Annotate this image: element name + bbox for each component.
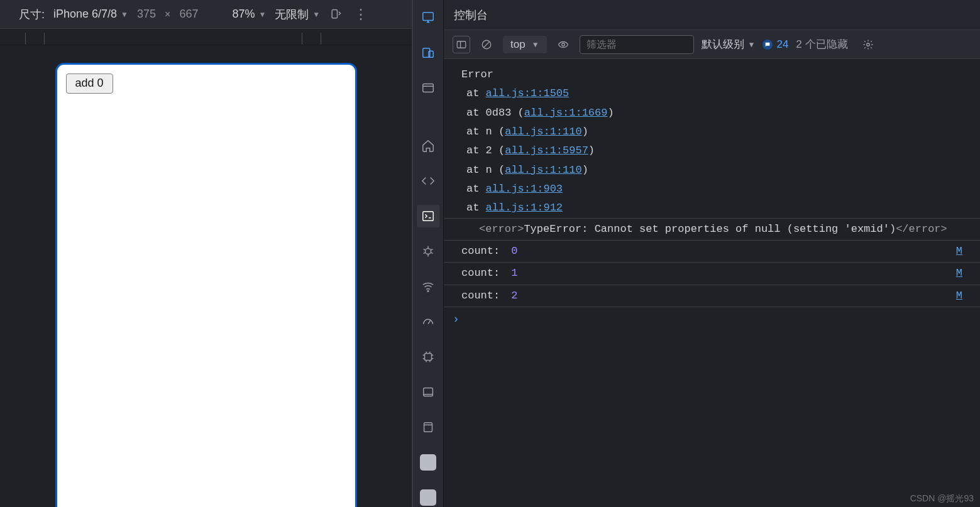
stack-line: at n (all.js:1:110) xyxy=(444,161,980,180)
device-name: iPhone 6/7/8 xyxy=(53,8,117,21)
context-selector[interactable]: top ▼ xyxy=(503,36,547,53)
watermark: CSDN @摇光93 xyxy=(910,493,974,504)
stack-line: at n (all.js:1:110) xyxy=(444,123,980,141)
size-label: 尺寸: xyxy=(19,7,45,22)
error-message-row: <error>TypeError: Cannot set properties … xyxy=(444,218,980,241)
svg-line-14 xyxy=(431,253,433,254)
device-height[interactable]: 667 xyxy=(179,8,198,21)
zoom-value: 87% xyxy=(232,8,255,21)
rail-square-1[interactable] xyxy=(417,451,439,474)
device-frame: add 0 xyxy=(55,63,357,507)
ruler xyxy=(0,29,412,45)
dimension-separator: × xyxy=(165,9,170,20)
error-tag-open: <error> xyxy=(479,223,524,235)
bug-icon[interactable] xyxy=(417,240,439,263)
svg-line-12 xyxy=(431,249,433,250)
svg-point-35 xyxy=(866,43,869,46)
log-label: count: xyxy=(461,265,500,281)
throttle-selector[interactable]: 无限制 ▼ xyxy=(275,7,320,22)
stack-line: at all.js:1:1505 xyxy=(444,84,980,103)
log-row: count: 1M xyxy=(444,263,980,285)
source-link[interactable]: all.js:1:110 xyxy=(505,126,581,138)
svg-rect-0 xyxy=(332,9,337,18)
context-value: top xyxy=(510,38,526,51)
rail-square-2[interactable] xyxy=(417,486,439,507)
svg-line-33 xyxy=(484,41,490,47)
gauge-icon[interactable] xyxy=(417,310,439,333)
svg-point-34 xyxy=(561,43,564,46)
console-output[interactable]: Error at all.js:1:1505 at 0d83 (all.js:1… xyxy=(444,59,980,507)
console-pane: 控制台 top ▼ 默认级别 ▼ 24 2 xyxy=(444,0,980,507)
svg-rect-28 xyxy=(424,423,432,432)
log-row: count: 0M xyxy=(444,241,980,263)
device-stage: add 0 xyxy=(0,45,412,507)
home-icon[interactable] xyxy=(417,134,439,157)
log-source-link[interactable]: M xyxy=(956,243,962,259)
devtools-side-rail: ＋ xyxy=(412,0,444,507)
source-link[interactable]: all.js:1:912 xyxy=(486,202,563,214)
message-count-badge[interactable]: 24 xyxy=(763,38,788,51)
chip-icon[interactable] xyxy=(417,346,439,368)
source-link[interactable]: all.js:1:1505 xyxy=(486,87,570,99)
zoom-selector[interactable]: 87% ▼ xyxy=(232,8,266,21)
stack-line: at all.js:1:903 xyxy=(444,180,980,199)
device-toggle-icon[interactable] xyxy=(417,41,439,64)
toggle-sidebar-icon[interactable] xyxy=(453,36,470,53)
svg-rect-26 xyxy=(424,388,433,396)
console-icon[interactable] xyxy=(417,205,439,227)
throttle-value: 无限制 xyxy=(275,7,309,22)
svg-rect-6 xyxy=(423,212,434,221)
chevron-down-icon: ▼ xyxy=(748,40,756,49)
device-toolbar: 尺寸: iPhone 6/7/8 ▼ 375 × 667 87% ▼ 无限制 ▼… xyxy=(0,0,412,29)
book-icon[interactable] xyxy=(417,416,439,439)
svg-point-8 xyxy=(425,248,431,254)
panel-icon[interactable] xyxy=(417,381,439,403)
main-area: 尺寸: iPhone 6/7/8 ▼ 375 × 667 87% ▼ 无限制 ▼… xyxy=(0,0,980,507)
device-pane: 尺寸: iPhone 6/7/8 ▼ 375 × 667 87% ▼ 无限制 ▼… xyxy=(0,0,412,507)
filter-input[interactable] xyxy=(580,35,694,54)
stack-line: at 0d83 (all.js:1:1669) xyxy=(444,104,980,123)
log-source-link[interactable]: M xyxy=(956,265,962,281)
chevron-down-icon: ▼ xyxy=(121,10,128,19)
log-value: 2 xyxy=(511,288,517,304)
stack-line: at 2 (all.js:1:5957) xyxy=(444,141,980,160)
log-row: count: 2M xyxy=(444,285,980,307)
log-label: count: xyxy=(461,243,500,259)
log-level-selector[interactable]: 默认级别 ▼ xyxy=(702,37,756,52)
add-button[interactable]: add 0 xyxy=(66,74,113,94)
source-link[interactable]: all.js:1:1669 xyxy=(524,107,608,119)
chevron-down-icon: ▼ xyxy=(532,40,539,49)
device-selector[interactable]: iPhone 6/7/8 ▼ xyxy=(53,8,128,21)
svg-rect-4 xyxy=(423,84,434,92)
clear-console-icon[interactable] xyxy=(478,36,495,53)
wifi-icon[interactable] xyxy=(417,275,439,298)
error-header: Error xyxy=(444,65,980,84)
log-value: 0 xyxy=(511,243,517,259)
device-width[interactable]: 375 xyxy=(137,8,156,21)
chevron-down-icon: ▼ xyxy=(312,10,320,19)
hidden-count[interactable]: 2 个已隐藏 xyxy=(796,37,847,52)
inspect-icon[interactable] xyxy=(417,6,439,29)
message-count: 24 xyxy=(776,38,788,51)
more-icon[interactable]: ⋮ xyxy=(351,6,370,23)
source-link[interactable]: all.js:1:903 xyxy=(486,183,563,195)
rotate-icon[interactable] xyxy=(329,8,343,21)
source-link[interactable]: all.js:1:110 xyxy=(505,164,581,176)
svg-line-16 xyxy=(428,320,431,324)
svg-line-11 xyxy=(424,249,426,250)
window-icon[interactable] xyxy=(417,77,439,99)
log-value: 1 xyxy=(511,265,517,281)
log-label: count: xyxy=(461,288,500,304)
code-icon[interactable] xyxy=(417,170,439,192)
console-prompt[interactable]: › xyxy=(444,307,980,332)
chevron-down-icon: ▼ xyxy=(258,10,266,19)
log-source-link[interactable]: M xyxy=(956,288,962,304)
console-toolbar: top ▼ 默认级别 ▼ 24 2 个已隐藏 xyxy=(444,30,980,59)
source-link[interactable]: all.js:1:5957 xyxy=(505,144,588,156)
gear-icon[interactable] xyxy=(859,36,877,53)
live-expression-icon[interactable] xyxy=(554,36,572,53)
error-tag-close: </error> xyxy=(896,223,947,235)
level-label: 默认级别 xyxy=(702,37,744,52)
svg-rect-17 xyxy=(425,354,432,361)
console-title: 控制台 xyxy=(444,0,980,30)
